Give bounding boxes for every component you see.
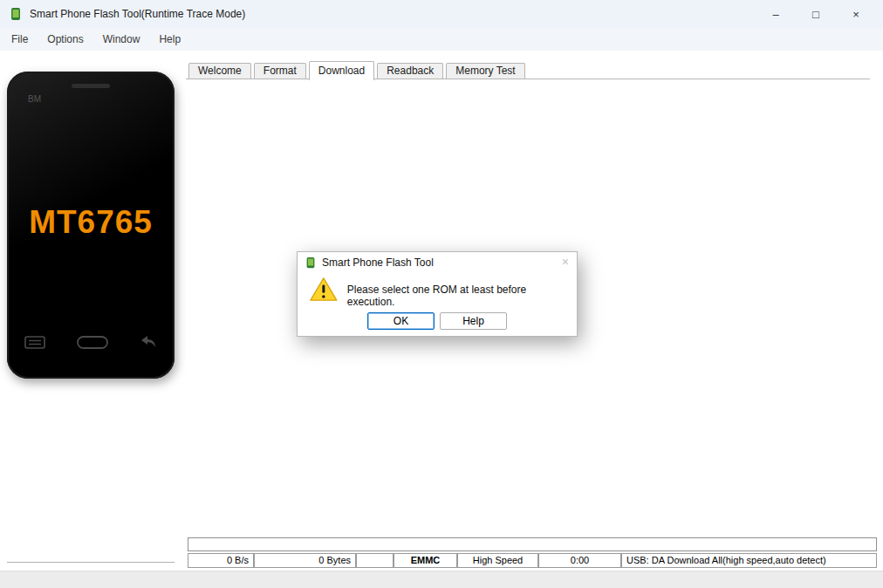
status-storage-type: EMMC [394, 553, 457, 568]
dialog-buttons: OK Help [298, 312, 577, 330]
minimize-button[interactable]: – [756, 0, 796, 28]
tab-readback[interactable]: Readback [377, 63, 443, 79]
home-icon [77, 336, 108, 349]
window-title: Smart Phone Flash Tool(Runtime Trace Mod… [30, 8, 245, 20]
menu-options[interactable]: Options [38, 33, 92, 45]
status-usb-mode: High Speed [457, 553, 538, 568]
warning-icon [310, 277, 338, 303]
tab-download[interactable]: Download [309, 61, 374, 80]
dialog-app-icon [305, 256, 317, 269]
dialog-message: Please select one ROM at least before ex… [347, 277, 568, 308]
tab-bar: Welcome Format Download Readback Memory … [186, 60, 870, 79]
tab-format[interactable]: Format [254, 63, 306, 79]
tab-memory-test[interactable]: Memory Test [446, 63, 524, 79]
window-controls: – □ × [756, 0, 876, 28]
menu-help[interactable]: Help [149, 33, 190, 45]
phone-preview: BM MT6765 [7, 72, 175, 379]
chipset-label: MT6765 [7, 204, 175, 241]
bottom-strip [0, 571, 883, 588]
menu-bar: File Options Window Help [0, 28, 883, 51]
status-blank [356, 553, 394, 568]
tab-welcome[interactable]: Welcome [188, 63, 251, 79]
title-bar: Smart Phone Flash Tool(Runtime Trace Mod… [0, 0, 883, 28]
dialog-body: Please select one ROM at least before ex… [310, 277, 568, 308]
dialog-close-icon[interactable]: × [562, 255, 569, 269]
phone-speaker [72, 84, 110, 88]
dialog-title: Smart Phone Flash Tool [322, 256, 434, 269]
close-button[interactable]: × [836, 0, 876, 28]
warning-dialog: Smart Phone Flash Tool × Please select o… [297, 251, 578, 337]
phone-nav-bar [24, 335, 157, 349]
back-icon [140, 335, 157, 349]
app-icon [9, 7, 23, 21]
progress-bar [188, 537, 877, 551]
status-usb-info: USB: DA Download All(high speed,auto det… [621, 553, 877, 568]
phone-corner-label: BM [28, 94, 41, 104]
menu-icon [24, 336, 45, 349]
status-speed: 0 B/s [188, 553, 254, 568]
status-bytes: 0 Bytes [254, 553, 356, 568]
help-button[interactable]: Help [440, 312, 507, 330]
left-divider [7, 562, 175, 563]
menu-window[interactable]: Window [93, 33, 150, 45]
ok-button[interactable]: OK [367, 312, 435, 330]
menu-file[interactable]: File [2, 33, 38, 45]
maximize-button[interactable]: □ [796, 0, 836, 28]
app-window: Smart Phone Flash Tool(Runtime Trace Mod… [0, 0, 883, 588]
dialog-title-bar: Smart Phone Flash Tool [298, 252, 577, 273]
status-elapsed-time: 0:00 [538, 553, 621, 568]
